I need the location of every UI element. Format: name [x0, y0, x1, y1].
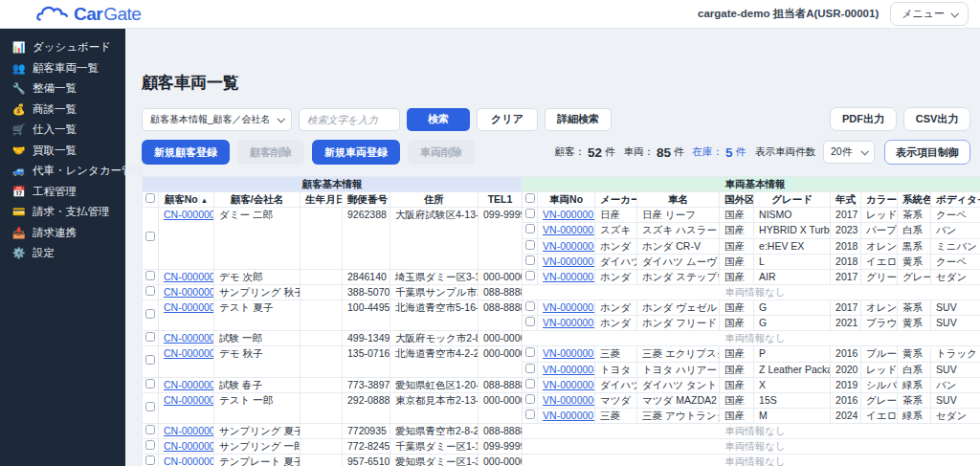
customer-column-header: 生年月日 [301, 192, 343, 208]
tel-cell: 000-0000-9742 [479, 392, 523, 423]
vehicle-row-checkbox[interactable] [525, 301, 535, 311]
customer-vehicle-table-wrap: 顧客基本情報車両基本情報顧客No▲顧客/会社名生年月日郵便番号住所TEL1車両N… [142, 176, 980, 466]
vehicle-link[interactable]: VN-00000015 [543, 209, 595, 220]
vehicle-link[interactable]: VN-00000021 [543, 301, 595, 313]
csv-export-button[interactable]: CSV出力 [903, 107, 970, 131]
sidebar-item-rental[interactable]: 🚙代車・レンタカー管理 [0, 161, 125, 182]
vehicle-no-cell: VN-00000067 [538, 254, 595, 269]
vehicle-link[interactable]: VN-00000033 [543, 224, 595, 235]
customer-link[interactable]: CN-00000003 [164, 271, 214, 282]
vehicle-row-checkbox[interactable] [525, 379, 535, 388]
vehicle-column-header: グレード [754, 192, 831, 208]
new-customer-button[interactable]: 新規顧客登録 [142, 140, 230, 165]
sidebar-item-dashboard[interactable]: 📊ダッシュボード [0, 37, 125, 58]
new-vehicle-button[interactable]: 新規車両登録 [312, 140, 400, 165]
delete-customer-button[interactable]: 顧客削除 [237, 140, 304, 165]
vehicle-row-checkbox[interactable] [525, 394, 535, 404]
customer-row-checkbox[interactable] [145, 271, 155, 280]
vehicle-row-checkbox[interactable] [525, 255, 535, 265]
sidebar-item-buybacks[interactable]: 🤝買取一覧 [0, 141, 125, 162]
sidebar-item-customer-vehicles[interactable]: 👥顧客車両一覧 [0, 58, 125, 79]
vehicle-link[interactable]: VN-00000003 [543, 394, 595, 406]
vehicle-link[interactable]: VN-00000067 [543, 255, 595, 267]
customer-link[interactable]: CN-00000007 [164, 347, 214, 359]
top-bar: CarGate cargate-demo 担当者A(USR-00001) メニュ… [0, 0, 980, 29]
select-all-vehicles-checkbox[interactable] [525, 193, 535, 203]
customer-row-checkbox[interactable] [145, 309, 155, 319]
sidebar-item-settings[interactable]: ⚙️設定 [0, 243, 125, 264]
app-logo: CarGate [36, 4, 141, 25]
vehicle-link[interactable]: VN-00000013 [543, 347, 595, 359]
vehicle-column-header: 車名 [637, 192, 720, 208]
vehicle-link[interactable]: VN-00000034 [543, 271, 595, 282]
sidebar-item-negotiations[interactable]: 💰商談一覧 [0, 100, 125, 121]
sidebar-item-maintenance[interactable]: 🔧整備一覧 [0, 78, 125, 100]
customer-row-checkbox[interactable] [145, 425, 155, 434]
customer-link[interactable]: CN-00000008 [164, 379, 214, 390]
advanced-search-button[interactable]: 詳細検索 [545, 108, 612, 131]
search-input[interactable] [299, 108, 400, 131]
customer-link[interactable]: CN-00000010 [164, 425, 214, 436]
customer-column-header[interactable]: 顧客No▲ [159, 192, 214, 208]
customer-link[interactable]: CN-00000009 [164, 394, 214, 406]
delete-vehicle-button[interactable]: 車両削除 [408, 140, 475, 165]
sidebar-item-label: 仕入一覧 [33, 124, 77, 136]
color-group-cell: 茶系 [898, 208, 931, 223]
vehicle-row-checkbox[interactable] [525, 271, 535, 280]
customer-column-label: 顧客/会社名 [231, 193, 283, 205]
vehicle-column-header: カラー [861, 192, 898, 208]
clear-button[interactable]: クリア [477, 108, 538, 131]
sidebar-item-invoice-link[interactable]: 📥請求連携 [0, 223, 125, 244]
sidebar-item-process[interactable]: 📅工程管理 [0, 182, 125, 203]
customer-row-checkbox[interactable] [145, 286, 155, 296]
tel-cell: 088-8888-3533 [479, 424, 523, 439]
vehicle-checkbox-cell [523, 223, 538, 238]
birthdate-cell [301, 269, 343, 284]
customer-row-checkbox[interactable] [145, 402, 155, 411]
vehicle-checkbox-cell [523, 316, 538, 331]
customer-link[interactable]: CN-00000011 [164, 440, 214, 452]
customer-row-checkbox[interactable] [145, 455, 155, 465]
color-cell: シルバー [861, 377, 898, 392]
customer-link[interactable]: CN-00000005 [164, 301, 214, 313]
vehicle-link[interactable]: VN-00000002 [543, 379, 595, 390]
customer-row-checkbox[interactable] [145, 379, 155, 388]
select-all-customers-checkbox[interactable] [145, 193, 155, 203]
vehicle-row-checkbox[interactable] [525, 347, 535, 357]
menu-button[interactable]: メニュー [890, 2, 969, 26]
search-field-select[interactable]: 顧客基本情報_顧客／会社名 [142, 108, 292, 131]
customer-column-header: TEL1 [479, 192, 523, 208]
customer-link[interactable]: CN-00000001 [164, 209, 214, 220]
vehicle-row-checkbox[interactable] [525, 410, 535, 419]
vehicle-link[interactable]: VN-00000078 [543, 410, 595, 421]
tel-cell: 088-8888-6265 [479, 300, 523, 331]
zip-cell: 773-3897 [343, 377, 390, 392]
customer-row-checkbox[interactable] [145, 232, 155, 241]
customer-row-checkbox[interactable] [145, 355, 155, 365]
sidebar-item-purchases[interactable]: 🛒仕入一覧 [0, 120, 125, 141]
sidebar-item-billing[interactable]: 💳請求・支払管理 [0, 202, 125, 223]
pdf-export-button[interactable]: PDF出力 [830, 107, 897, 131]
vehicle-no-cell: VN-00000013 [538, 346, 595, 362]
vehicle-row-checkbox[interactable] [525, 209, 535, 218]
customer-link[interactable]: CN-00000006 [164, 332, 214, 344]
maker-cell: ダイハツ [595, 254, 637, 269]
column-control-button[interactable]: 表示項目制御 [884, 140, 970, 165]
customer-row-checkbox[interactable] [145, 440, 155, 450]
vehicle-link[interactable]: VN-00000041 [543, 364, 595, 375]
vehicle-link[interactable]: VN-00000053 [543, 317, 595, 328]
vehicle-link[interactable]: VN-00000065 [543, 240, 595, 252]
grade-cell: HYBRID X Turbo [754, 223, 831, 238]
vehicle-row-checkbox[interactable] [525, 364, 535, 373]
vehicle-row-checkbox[interactable] [525, 317, 535, 326]
customer-row-checkbox[interactable] [145, 332, 155, 342]
vehicle-row-checkbox[interactable] [525, 240, 535, 250]
customer-link[interactable]: CN-00000012 [164, 455, 214, 466]
search-button[interactable]: 検索 [407, 108, 470, 131]
vehicle-row-checkbox[interactable] [525, 224, 535, 233]
main-content: 顧客車両一覧 顧客基本情報_顧客／会社名 検索 クリア 詳細検索 PDF出力 C… [125, 29, 980, 466]
table-group-header-row: 顧客基本情報車両基本情報 [143, 177, 980, 192]
vehicle-no-cell: VN-00000053 [538, 316, 595, 331]
customer-link[interactable]: CN-00000004 [164, 286, 214, 298]
page-size-select[interactable]: 20件 [823, 141, 875, 164]
